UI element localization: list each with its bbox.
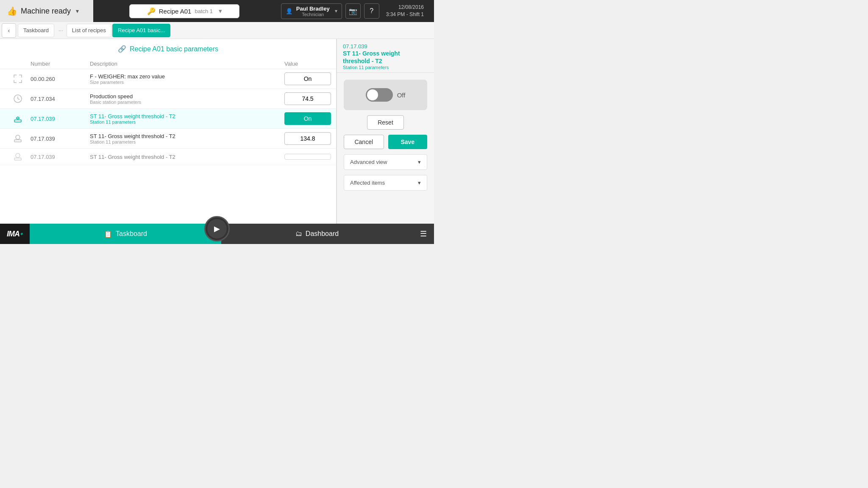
save-button[interactable]: Save	[388, 135, 428, 149]
link-icon: 🔗	[118, 45, 126, 53]
chevron-down-icon: ▾	[76, 8, 79, 14]
breadcrumb-dots[interactable]: ···	[55, 25, 67, 35]
time-shift-label: 3:34 PM - Shift 1	[386, 11, 424, 18]
help-icon: ?	[370, 7, 373, 15]
user-avatar-icon: 👤	[286, 8, 293, 14]
col-value: Value	[284, 61, 331, 67]
user-name: Paul Bradley	[296, 6, 330, 12]
toggle-label: Off	[397, 92, 406, 99]
play-icon: ▶	[207, 219, 227, 238]
toggle-track[interactable]	[366, 88, 393, 102]
section-title: 🔗 Recipe A01 basic parameters	[0, 39, 336, 59]
taskboard-icon: 📋	[104, 230, 112, 238]
advanced-view-label: Advanced view	[350, 159, 387, 165]
bottom-bar: IMA ✦ 📋 Taskboard ▶ 🗂 Dashboard ☰	[0, 224, 434, 244]
row-number: 00.00.260	[31, 76, 90, 82]
value-numeric-button[interactable]: 134.8	[284, 132, 331, 145]
row-description: Production speed Basic station parameter…	[90, 93, 284, 105]
dropdown-icon: ▾	[219, 7, 222, 15]
key-icon: 🔑	[147, 7, 156, 15]
dashboard-button[interactable]: 🗂 Dashboard	[221, 224, 413, 244]
recipe-selector: 🔑 Recipe A01 batch 1 ▾	[93, 4, 276, 18]
thumbs-up-icon: 👍	[7, 6, 17, 16]
affected-items-label: Affected items	[350, 180, 385, 186]
svg-point-8	[16, 153, 20, 158]
col-number: Number	[31, 61, 90, 67]
main-content: 🔗 Recipe A01 basic parameters Number Des…	[0, 39, 434, 224]
back-arrow-icon: ‹	[8, 27, 10, 34]
expand-icon	[5, 74, 31, 83]
help-button[interactable]: ?	[364, 3, 379, 19]
value-numeric-button[interactable]: 74.5	[284, 92, 331, 105]
row-description: F - WEIGHER: max zero value Size paramet…	[90, 73, 284, 85]
row-number: 07.17.039	[31, 136, 90, 142]
svg-point-5	[16, 135, 20, 139]
right-panel-body: Off Reset Cancel Save Advanced view ▾ Af…	[337, 73, 434, 224]
advanced-view-accordion[interactable]: Advanced view ▾	[344, 154, 427, 170]
row-number: 07.17.034	[31, 96, 90, 102]
dashboard-icon: 🗂	[295, 230, 302, 238]
machine-ready-label: Machine ready	[21, 7, 71, 16]
user-button[interactable]: 👤 Paul Bradley Technician ▾	[281, 3, 342, 19]
row-description: ST 11- Gross weight threshold - T2 Stati…	[90, 133, 284, 144]
cancel-button[interactable]: Cancel	[344, 135, 384, 149]
breadcrumb-list-of-recipes[interactable]: List of recipes	[67, 24, 111, 37]
row-number: 07.17.039	[31, 116, 90, 122]
action-buttons: Cancel Save	[344, 135, 427, 149]
toggle-switch[interactable]: Off	[366, 88, 406, 102]
user-role: Technician	[296, 12, 330, 17]
datetime-display: 12/08/2016 3:34 PM - Shift 1	[381, 4, 429, 18]
value-on-teal-button[interactable]: On	[284, 112, 331, 125]
breadcrumb-back-button[interactable]: ‹	[2, 23, 16, 38]
breadcrumb-recipe-basic[interactable]: Recipe A01 basic...	[112, 24, 170, 37]
table-row[interactable]: 00.00.260 F - WEIGHER: max zero value Si…	[0, 69, 336, 89]
row-description: ST 11- Gross weight threshold - T2	[90, 154, 284, 160]
panel-title: ST 11- Gross weight threshold - T2	[343, 50, 428, 65]
weight-icon	[5, 134, 31, 143]
toggle-area: Off	[344, 80, 427, 110]
svg-rect-1	[14, 120, 21, 122]
top-bar: 👍 Machine ready ▾ 🔑 Recipe A01 batch 1 ▾…	[0, 0, 434, 22]
taskboard-button[interactable]: 📋 Taskboard	[30, 224, 221, 244]
svg-rect-4	[14, 140, 21, 142]
row-description: ST 11- Gross weight threshold - T2 Stati…	[90, 113, 284, 125]
play-center-button[interactable]: ▶	[204, 216, 230, 241]
ima-logo: IMA ✦	[0, 224, 30, 244]
camera-icon: 📷	[349, 7, 357, 15]
clock-icon	[5, 94, 31, 103]
breadcrumb-bar: ‹ Taskboard ··· List of recipes Recipe A…	[0, 22, 434, 39]
panel-subtitle: Station 11 parameters	[343, 65, 428, 70]
menu-icon: ☰	[420, 229, 427, 238]
value-on-button[interactable]: On	[284, 72, 331, 85]
table-row[interactable]: 07.17.039 ST 11- Gross weight threshold …	[0, 129, 336, 149]
toggle-thumb	[367, 89, 378, 100]
recipe-button[interactable]: 🔑 Recipe A01 batch 1 ▾	[129, 4, 239, 18]
machine-ready-section[interactable]: 👍 Machine ready ▾	[0, 0, 93, 22]
camera-button[interactable]: 📷	[345, 3, 361, 19]
chevron-down-icon: ▾	[418, 159, 421, 165]
table-row[interactable]: 07.17.039 ST 11- Gross weight threshold …	[0, 109, 336, 129]
recipe-label: Recipe A01	[159, 8, 192, 15]
batch-label: batch 1	[195, 8, 213, 14]
weight-icon	[5, 152, 31, 161]
right-panel: 07.17.039 ST 11- Gross weight threshold …	[337, 39, 434, 224]
table-row[interactable]: 07.17.034 Production speed Basic station…	[0, 89, 336, 109]
user-chevron-icon: ▾	[335, 8, 337, 14]
row-number: 07.17.039	[31, 154, 90, 160]
affected-items-accordion[interactable]: Affected items ▾	[344, 175, 427, 191]
table-row[interactable]: 07.17.039 ST 11- Gross weight threshold …	[0, 149, 336, 165]
chevron-down-icon: ▾	[418, 180, 421, 186]
reset-button[interactable]: Reset	[367, 115, 404, 130]
table-header: Number Description Value	[0, 59, 336, 69]
user-section: 👤 Paul Bradley Technician ▾ 📷 ? 12/08/20…	[276, 3, 434, 19]
svg-rect-7	[14, 158, 21, 160]
value-button[interactable]	[284, 154, 331, 160]
breadcrumb-taskboard[interactable]: Taskboard	[18, 24, 54, 37]
scale-icon	[5, 114, 31, 123]
col-description: Description	[90, 61, 284, 67]
left-panel: 🔗 Recipe A01 basic parameters Number Des…	[0, 39, 337, 224]
right-panel-header: 07.17.039 ST 11- Gross weight threshold …	[337, 39, 434, 73]
menu-button[interactable]: ☰	[413, 224, 434, 244]
date-label: 12/08/2016	[386, 4, 424, 11]
panel-number: 07.17.039	[343, 43, 428, 50]
